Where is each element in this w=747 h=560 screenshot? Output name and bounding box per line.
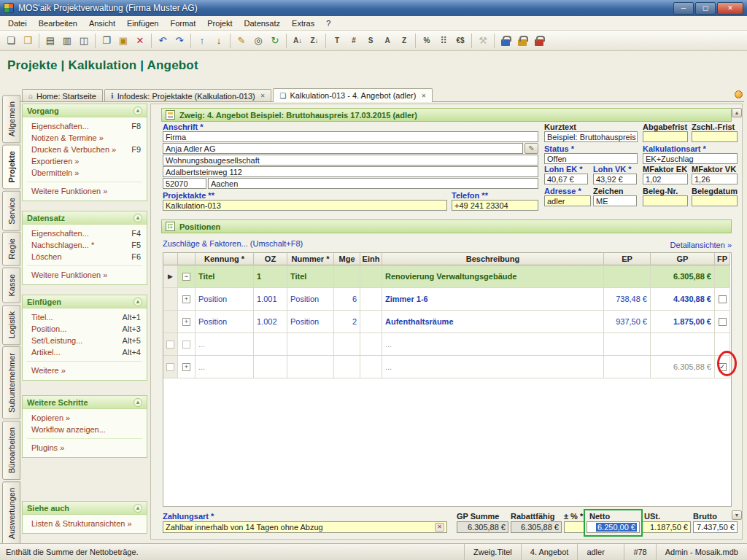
adresse-field[interactable]: adler: [544, 195, 591, 206]
menu-format[interactable]: Format: [164, 17, 201, 30]
mfaktor-ek-field[interactable]: 1,02: [643, 174, 688, 184]
lohn-vk-field[interactable]: 43,92 €: [593, 174, 637, 184]
cell-oz[interactable]: [254, 333, 287, 356]
sidebar-item-listen-strukturansichten[interactable]: Listen & Strukturansichten »: [23, 518, 147, 529]
ort-field[interactable]: Aachen: [208, 178, 538, 189]
column-s-icon[interactable]: S: [363, 33, 379, 49]
menu-einfuegen[interactable]: Einfügen: [121, 17, 164, 30]
copy-icon[interactable]: ❐: [98, 33, 115, 49]
telefon-field[interactable]: +49 241 23304: [452, 200, 538, 211]
cell-mge[interactable]: [334, 356, 360, 378]
tab-close-icon[interactable]: ✕: [421, 93, 426, 99]
cell-nummer[interactable]: [287, 333, 334, 356]
cell-beschreibung[interactable]: Zimmer 1-6: [382, 288, 604, 311]
table-row-empty[interactable]: ... ...: [163, 333, 731, 356]
percent-icon[interactable]: %: [419, 33, 435, 49]
move-down-icon[interactable]: ↓: [211, 33, 227, 49]
euro-dollar-icon[interactable]: €$: [452, 33, 468, 49]
zeichen-field[interactable]: ME: [593, 195, 637, 206]
menu-projekt[interactable]: Projekt: [201, 17, 238, 30]
cell-nummer[interactable]: Titel: [287, 265, 334, 288]
zschl-frist-field[interactable]: [692, 131, 738, 142]
column-number-icon[interactable]: #: [346, 33, 362, 49]
column-a-icon[interactable]: A: [379, 33, 395, 49]
sidebar-item-uebermitteln[interactable]: Übermitteln »: [23, 167, 147, 179]
sidebar-item-notizen-termine[interactable]: Notizen & Termine »: [23, 132, 147, 144]
expand-node-icon[interactable]: +: [182, 295, 190, 303]
sidebar-item-position[interactable]: Position... Alt+3: [23, 323, 147, 335]
cell-einh[interactable]: [360, 356, 382, 378]
table-row-position-1001[interactable]: + Position 1.001 Position 6 Zimmer 1-6 7…: [163, 288, 731, 311]
cell-nummer[interactable]: Position: [287, 311, 334, 333]
menu-bearbeiten[interactable]: Bearbeiten: [33, 17, 83, 30]
cell-gp[interactable]: 6.305,88 €: [651, 356, 715, 378]
beleg-nr-field[interactable]: [643, 195, 688, 206]
scroll-up-button[interactable]: ▲: [732, 108, 742, 117]
sort-descending-icon[interactable]: Z↓: [306, 33, 322, 49]
sidebar-item-workflow-anzeigen[interactable]: Workflow anzeigen...: [23, 424, 147, 435]
status-field[interactable]: Offen: [544, 153, 638, 164]
menu-datensatz[interactable]: Datensatz: [239, 17, 287, 30]
netto-field[interactable]: 6.250,00 €: [587, 521, 640, 533]
close-button[interactable]: ✕: [717, 2, 743, 15]
cell-fp[interactable]: [715, 265, 730, 288]
kalkulationsart-field[interactable]: EK+Zuschlag: [643, 153, 738, 164]
section-header-weitere-schritte[interactable]: Weitere Schritte ▴: [23, 396, 147, 409]
sidebar-item-loeschen[interactable]: Löschen F6: [23, 251, 147, 262]
tab-home[interactable]: ⌂ Home: Startseite: [22, 89, 103, 102]
lock-yellow-icon[interactable]: [514, 33, 530, 49]
collapse-icon[interactable]: ▴: [133, 298, 142, 306]
cell-oz[interactable]: 1: [254, 265, 287, 288]
header-einh[interactable]: Einh: [360, 253, 382, 265]
zahlungsart-field[interactable]: Zahlbar innerhalb von 14 Tagen ohne Abzu…: [163, 521, 447, 533]
search-icon[interactable]: ◎: [250, 33, 266, 49]
print-icon[interactable]: ▤: [42, 33, 58, 49]
delete-icon[interactable]: ✕: [132, 33, 148, 49]
expand-node-icon[interactable]: +: [182, 363, 190, 371]
name-field[interactable]: Anja Adler AG: [163, 143, 523, 154]
edit-address-button[interactable]: ✎: [525, 143, 538, 154]
module-tab-service[interactable]: Service: [2, 191, 20, 231]
sidebar-item-eigenschaften[interactable]: Eigenschaften... F8: [23, 120, 147, 132]
zusatz-field[interactable]: Wohnungsbaugesellschaft: [163, 155, 538, 166]
mfaktor-vk-field[interactable]: 1,26: [692, 174, 738, 184]
prozent-field[interactable]: [564, 521, 584, 533]
collapse-icon[interactable]: ▴: [133, 214, 142, 222]
cell-mge[interactable]: 2: [334, 311, 360, 333]
column-z-icon[interactable]: Z: [396, 33, 412, 49]
collapse-icon[interactable]: ▴: [133, 398, 142, 407]
collapse-icon[interactable]: ▴: [133, 504, 142, 513]
cell-gp[interactable]: [651, 333, 715, 356]
cell-ep[interactable]: 738,48 €: [604, 288, 651, 311]
fp-checkbox-checked[interactable]: ✓: [719, 363, 727, 371]
firma-field[interactable]: Firma: [163, 131, 538, 142]
module-tab-regie[interactable]: Regie: [2, 232, 20, 266]
print-preview-icon[interactable]: ▥: [59, 33, 75, 49]
cell-einh[interactable]: [360, 265, 382, 288]
cell-ep[interactable]: [604, 333, 651, 356]
cell-nummer[interactable]: [287, 356, 334, 378]
cell-ep[interactable]: 937,50 €: [604, 311, 651, 333]
menu-extras[interactable]: Extras: [286, 17, 320, 30]
section-header-vorgang[interactable]: Vorgang ▴: [23, 104, 147, 117]
cell-beschreibung[interactable]: Aufenthaltsräume: [382, 311, 604, 333]
cell-mge[interactable]: [334, 265, 360, 288]
cell-einh[interactable]: [360, 288, 382, 311]
lock-red-icon[interactable]: [531, 33, 547, 49]
header-kennung[interactable]: Kennung *: [196, 253, 254, 265]
move-up-icon[interactable]: ↑: [194, 33, 210, 49]
tab-kalkulation-angebot[interactable]: ❏ Kalkulation-013 - 4. Angebot (adler) ✕: [273, 88, 433, 102]
module-tab-allgemein[interactable]: Allgemein: [2, 95, 20, 143]
cell-fp[interactable]: [715, 333, 730, 356]
menu-ansicht[interactable]: Ansicht: [83, 17, 121, 30]
sidebar-item-exportieren[interactable]: Exportieren »: [23, 155, 147, 167]
tab-close-icon[interactable]: ✕: [260, 93, 266, 99]
minimize-button[interactable]: ─: [673, 2, 694, 15]
table-row-titel[interactable]: ▶ − Titel 1 Titel Renovierung Verwaltung…: [163, 265, 731, 288]
section-header-datensatz[interactable]: Datensatz ▴: [23, 211, 147, 225]
cell-einh[interactable]: [360, 311, 382, 333]
cell-gp[interactable]: 1.875,00 €: [651, 311, 715, 333]
sidebar-item-weitere-funktionen-vorgang[interactable]: Weitere Funktionen »: [23, 185, 147, 197]
projektakte-field[interactable]: Kalkulation-013: [163, 200, 447, 211]
cell-kennung[interactable]: Position: [196, 288, 254, 311]
